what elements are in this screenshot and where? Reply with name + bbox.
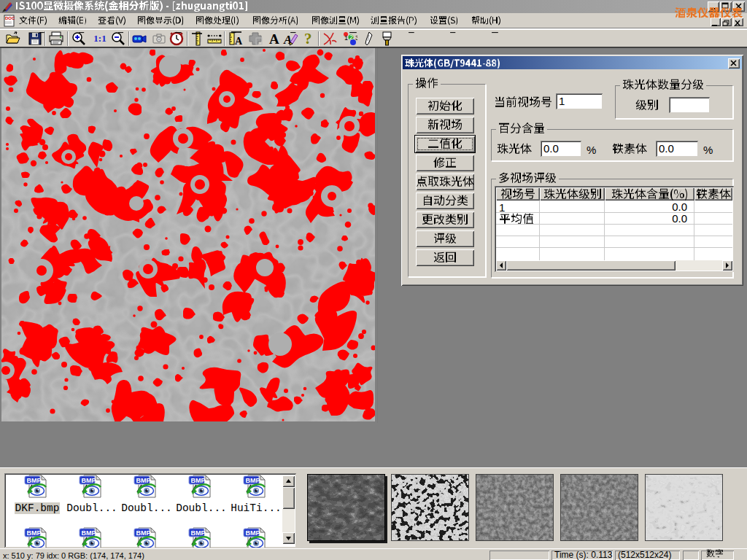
svg-text:BMP: BMP [190,529,205,537]
svg-text:BMP: BMP [26,477,41,484]
svg-text:BMP: BMP [245,529,260,537]
svg-text:BMP: BMP [245,477,260,484]
svg-text:DOC: DOC [5,16,15,20]
svg-text:1: 1 [344,34,348,42]
svg-text:BMP: BMP [26,529,41,537]
svg-text:BMP: BMP [136,529,150,537]
svg-text:BMP: BMP [190,477,205,484]
svg-text:BMP: BMP [81,529,96,537]
svg-text:A: A [269,31,279,47]
svg-text:3: 3 [355,34,357,42]
svg-text:BMP: BMP [81,477,96,484]
svg-text:BMP: BMP [136,477,150,484]
svg-text:A: A [235,36,243,47]
svg-text:?: ? [304,31,312,47]
